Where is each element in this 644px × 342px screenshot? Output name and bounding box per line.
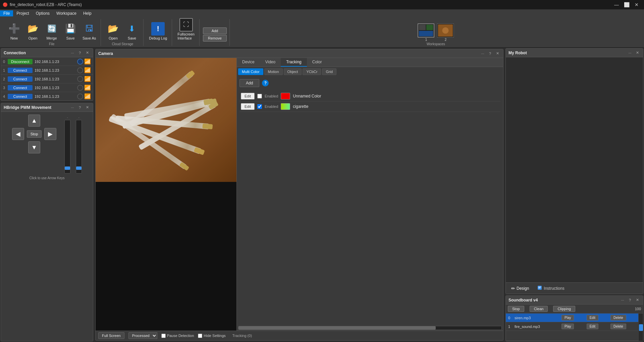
move-up-button[interactable]: ▲ — [28, 115, 40, 127]
slider-right-track[interactable] — [76, 120, 82, 174]
soundboard-header-controls: ··· ? ✕ — [620, 297, 640, 303]
hbridge-help[interactable]: ? — [77, 105, 83, 111]
hbridge-close[interactable]: ✕ — [84, 105, 90, 111]
color-edit-0[interactable]: Edit — [241, 93, 255, 99]
workspace-2[interactable]: 2 — [437, 23, 454, 42]
camera-hscrollbar[interactable] — [238, 326, 502, 330]
workspace-2-thumb — [437, 23, 454, 38]
toolbar-fullscreen-section: ⛶ FullscreenInterface — [173, 19, 200, 46]
hide-settings-checkbox[interactable] — [198, 334, 202, 338]
fullscreen-section-label — [185, 42, 186, 46]
conn-circle-3 — [77, 85, 83, 91]
camera-tracking-content: Add ? Edit Enabled Unnamed Color — [237, 76, 503, 325]
slider-left-thumb[interactable] — [65, 166, 70, 170]
add-button[interactable]: Add — [203, 27, 227, 34]
connect-button-1[interactable]: Connect — [8, 68, 33, 73]
subtab-grid[interactable]: Grid — [322, 68, 336, 75]
snd-play-1[interactable]: Play — [561, 324, 574, 329]
stop-button[interactable]: Stop — [27, 130, 42, 138]
tab-tracking[interactable]: Tracking — [281, 58, 307, 67]
menu-workspace[interactable]: Workspace — [53, 10, 80, 16]
move-right-button[interactable]: ▶ — [44, 128, 56, 140]
open-icon: 📂 — [26, 22, 40, 36]
subtab-object[interactable]: Object — [284, 68, 302, 75]
connect-button-3[interactable]: Connect — [8, 85, 33, 90]
color-edit-1[interactable]: Edit — [241, 103, 255, 110]
soundboard-stop-button[interactable]: Stop — [508, 306, 524, 312]
connect-button-4[interactable]: Connect — [8, 94, 33, 99]
save-as-button[interactable]: 🖫 Save As — [80, 21, 98, 42]
subtab-multicolor[interactable]: Multi Color — [238, 68, 263, 75]
save-button[interactable]: 💾 Save — [62, 21, 79, 42]
tab-color[interactable]: Color — [307, 58, 327, 67]
camera-panel-header: Camera ··· ? ✕ — [96, 49, 503, 58]
camera-fullscreen-button[interactable]: Full Screen — [98, 332, 124, 339]
camera-close[interactable]: ✕ — [494, 51, 500, 57]
merge-button[interactable]: 🔄 Merge — [43, 21, 60, 42]
connection-help[interactable]: ? — [77, 50, 83, 56]
debug-log-button[interactable]: ! Debug Log — [147, 21, 169, 42]
my-robot-tab-instructions[interactable]: Instructions — [534, 284, 567, 292]
my-robot-ellipsis[interactable]: ··· — [627, 50, 633, 56]
menu-help[interactable]: Help — [80, 10, 95, 16]
workspace-1[interactable]: 1 — [418, 23, 434, 42]
snd-play-0[interactable]: Play — [561, 315, 574, 321]
menu-project[interactable]: Project — [13, 10, 32, 16]
maximize-button[interactable]: ⬜ — [622, 1, 631, 8]
subtab-ycbcr[interactable]: YCbCr — [303, 68, 321, 75]
remove-button[interactable]: Remove — [203, 35, 227, 42]
menu-file[interactable]: File — [0, 10, 13, 16]
right-panel: My Robot ··· ✕ ✏ Design Instructions — [505, 48, 644, 342]
minimize-button[interactable]: — — [612, 1, 621, 8]
toolbar-workspaces-section: 1 2 Workspaces — [230, 19, 641, 46]
snd-delete-0[interactable]: Delete — [610, 315, 626, 321]
my-robot-close[interactable]: ✕ — [634, 50, 640, 56]
hbridge-content: ▲ ◀ Stop ▶ ▼ - — [1, 112, 93, 183]
new-button[interactable]: ➕ New — [5, 21, 23, 42]
connection-ellipsis[interactable]: ··· — [69, 50, 75, 56]
snd-edit-0[interactable]: Edit — [587, 315, 598, 321]
cloud-open-button[interactable]: 📂 Open — [104, 21, 122, 42]
move-down-button[interactable]: ▼ — [28, 141, 40, 153]
slider-right-thumb[interactable] — [76, 166, 82, 170]
soundboard-help[interactable]: ? — [627, 297, 633, 303]
my-robot-tabs: ✏ Design Instructions — [506, 282, 643, 294]
camera-mode-dropdown[interactable]: Processed Raw — [128, 332, 157, 339]
my-robot-header-controls: ··· ✕ — [627, 50, 640, 56]
color-enabled-1[interactable] — [257, 104, 262, 109]
pause-detection-checkbox[interactable] — [161, 334, 166, 338]
tab-video[interactable]: Video — [260, 58, 281, 67]
my-robot-body — [506, 57, 643, 282]
fullscreen-button[interactable]: ⛶ FullscreenInterface — [175, 17, 197, 42]
color-enabled-0[interactable] — [257, 94, 262, 98]
open-button[interactable]: 📂 Open — [24, 21, 42, 42]
soundboard-clean-button[interactable]: Clean — [530, 306, 548, 312]
connect-button-2[interactable]: Connect — [8, 76, 33, 82]
snd-delete-1[interactable]: Delete — [610, 324, 626, 329]
soundboard-close[interactable]: ✕ — [634, 297, 640, 303]
disconnect-button[interactable]: Disconnect — [8, 59, 33, 64]
move-left-button[interactable]: ◀ — [12, 128, 24, 140]
soundboard-scrollbar[interactable] — [638, 314, 643, 341]
camera-add-button[interactable]: Add — [239, 79, 259, 87]
hbridge-ellipsis[interactable]: ··· — [69, 105, 75, 111]
camera-ellipsis[interactable]: ··· — [480, 51, 486, 57]
my-robot-tab-design[interactable]: ✏ Design — [508, 284, 532, 292]
toolbar-addremove-section: Add Remove — [200, 19, 230, 46]
subtab-motion[interactable]: Motion — [264, 68, 283, 75]
connection-close[interactable]: ✕ — [84, 50, 90, 56]
menu-options[interactable]: Options — [33, 10, 53, 16]
camera-help[interactable]: ? — [487, 51, 493, 57]
snd-edit-1[interactable]: Edit — [587, 324, 598, 329]
conn-ip-1: 192.168.1.1:23 — [35, 68, 77, 72]
soundboard-ellipsis[interactable]: ··· — [620, 297, 626, 303]
tab-device[interactable]: Device — [237, 58, 260, 67]
close-button[interactable]: ✕ — [632, 1, 641, 8]
cloud-save-button[interactable]: ⬇ Save — [123, 21, 141, 42]
soundboard-clipping-button[interactable]: Clipping — [553, 306, 575, 312]
camera-bottom: Full Screen Processed Raw Pause Detectio… — [96, 331, 503, 340]
toolbar: ➕ New 📂 Open 🔄 Merge 💾 Save 🖫 Save As Fi… — [0, 17, 644, 48]
camera-help-icon[interactable]: ? — [262, 80, 269, 86]
slider-left-track[interactable] — [64, 120, 70, 174]
color-entry-0: Edit Enabled Unnamed Color — [239, 91, 500, 101]
